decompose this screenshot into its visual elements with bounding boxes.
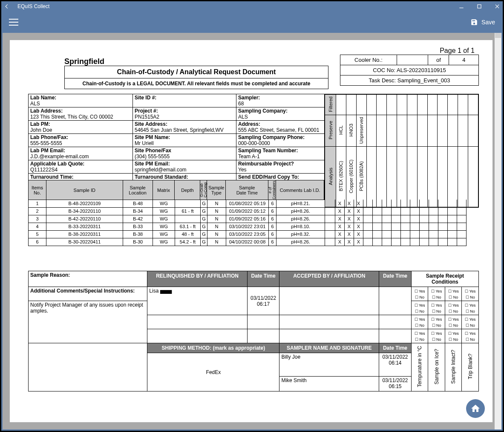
info-cell: Address:555 ABC Street, Sesame, FL 00001 bbox=[236, 121, 325, 134]
doc-title: Chain-of-Custody / Analytical Request Do… bbox=[65, 66, 328, 78]
top-right-block: Cooler No.: of 4 COC No: ALS-20220311091… bbox=[340, 55, 479, 86]
datetime-header: Date Time bbox=[247, 271, 279, 287]
datetime-header: Date Time bbox=[379, 343, 412, 353]
col-header: Comments Lab I.D. bbox=[276, 180, 324, 200]
col-header: SampleDate Time bbox=[226, 180, 268, 200]
relinquished-header: RELINQUISHED BY / AFFILIATION bbox=[147, 271, 247, 287]
yn-cell: ☐ Yes☐ No bbox=[445, 301, 462, 315]
menu-icon[interactable] bbox=[9, 19, 18, 26]
col-header: # of Containers bbox=[268, 180, 276, 200]
svg-rect-1 bbox=[478, 5, 481, 8]
maximize-icon[interactable] bbox=[476, 3, 482, 9]
home-button[interactable] bbox=[466, 399, 485, 418]
app-window: EQuIS Collect Save Page 1 of 1 Springfie… bbox=[0, 0, 504, 432]
of-label: of bbox=[428, 55, 449, 65]
filtered-label: Filtered bbox=[328, 95, 333, 114]
analysis-col: BTEX (8260C) bbox=[338, 159, 343, 193]
yn-cell: ☐ Yes☐ No bbox=[462, 287, 479, 301]
task-desc: Task Desc: Sampling_Event_003 bbox=[340, 75, 479, 86]
yn-cell: ☐ Yes☐ No bbox=[445, 287, 462, 301]
viewport: Page 1 of 1 Springfield Cooler No.: of 4… bbox=[3, 33, 501, 429]
back-icon[interactable] bbox=[4, 3, 10, 9]
cooler-no bbox=[397, 55, 428, 65]
yn-cell: ☐ Yes☐ No bbox=[445, 329, 462, 343]
analysis-col: PCBs (8082A) bbox=[359, 159, 364, 193]
sampler-header: SAMPLER NAME AND SIGNATURE bbox=[279, 343, 379, 353]
cooler-label: Cooler No.: bbox=[340, 55, 397, 65]
legal-line: Chain-of-Custody is a LEGAL DOCUMENT. Al… bbox=[65, 78, 328, 89]
info-cell: Lab PM:John Doe bbox=[29, 121, 133, 134]
info-cell: Sampling Team Number:Team A-1 bbox=[236, 147, 325, 160]
yn-cell: ☐ Yes☐ No bbox=[462, 315, 479, 329]
info-cell: Sampling Company Phone:000-000-0000 bbox=[236, 134, 325, 147]
sample-rows: 1B-48-20220109B-48WGGN01/08/2022 05:196p… bbox=[28, 200, 467, 246]
info-cell: Lab Name:ALS bbox=[29, 94, 133, 107]
info-cell: Reimbursable Project?Yes bbox=[236, 160, 325, 174]
info-cell: Sampling Company:ALS bbox=[236, 107, 325, 121]
accepted-dt bbox=[379, 287, 412, 315]
receipt-condition: Tempurature in °C bbox=[411, 343, 428, 391]
preserve-col: HCL bbox=[338, 124, 343, 136]
info-cell: Site Phone/Fax(304) 555-5555 bbox=[133, 147, 236, 160]
page-number: Page 1 of 1 bbox=[440, 47, 475, 55]
analysis-col: Copper (6010C) bbox=[348, 158, 354, 195]
sampler-dt: 03/11/202206:14 bbox=[379, 353, 412, 377]
save-label: Save bbox=[481, 19, 495, 26]
datetime-header: Date Time bbox=[379, 271, 412, 287]
receipt-header: Sample Receipt Conditions bbox=[411, 271, 478, 287]
yn-cell: ☐ Yes☐ No bbox=[462, 329, 479, 343]
sampler-name: Mike Smith bbox=[279, 377, 379, 391]
additional-val: Notify Project Manager of any issues upo… bbox=[29, 301, 147, 343]
table-row: 4B-33-20220311B-33WG63.1 - ftGN03/10/202… bbox=[29, 223, 467, 230]
app-title: EQuIS Collect bbox=[17, 3, 49, 9]
accepted-by bbox=[279, 287, 379, 315]
col-header: ItemsNo. bbox=[29, 180, 46, 200]
receipt-condition: Trip Blank? bbox=[462, 343, 479, 391]
relinquished-dt: 03/11/202206:17 bbox=[247, 287, 279, 315]
yn-cell: ☐ Yes☐ No bbox=[428, 287, 445, 301]
yn-cell: ☐ Yes☐ No bbox=[428, 315, 445, 329]
site-title: Springfield bbox=[64, 57, 104, 66]
titlebar: EQuIS Collect bbox=[1, 1, 503, 12]
save-button[interactable]: Save bbox=[470, 18, 495, 26]
preserve-col: HNO3 bbox=[348, 122, 354, 139]
yn-cell: ☐ Yes☐ No bbox=[411, 315, 428, 329]
yn-cell: ☐ Yes☐ No bbox=[411, 329, 428, 343]
table-row: 3B-42-20220110B-42WGGN01/09/2022 05:166p… bbox=[29, 215, 467, 223]
empty-cell bbox=[29, 343, 147, 391]
preserve-col: Unpreserved bbox=[359, 115, 364, 145]
scrollbar[interactable] bbox=[495, 33, 501, 429]
receipt-condition: Sample on Ice? bbox=[428, 343, 445, 391]
yn-cell: ☐ Yes☐ No bbox=[445, 315, 462, 329]
table-row: 1B-48-20220109B-48WGGN01/08/2022 05:196p… bbox=[29, 200, 467, 207]
yn-cell: ☐ Yes☐ No bbox=[462, 301, 479, 315]
info-cell: Site PM Email:springfield@email.com bbox=[133, 160, 236, 174]
col-header: Matrix bbox=[153, 180, 175, 200]
info-cell: Site Address:54645 San Juan Street, Spri… bbox=[133, 121, 236, 134]
info-cell: Lab Phone/Fax:555-555-5555 bbox=[29, 134, 133, 147]
col-header: G=Grab C=Comp bbox=[200, 180, 207, 200]
shipping-val: FedEx bbox=[147, 353, 279, 391]
preserve-label: Preserve bbox=[328, 119, 333, 141]
table-row: 5B-38-20220311B-38WG48 - ftGN03/10/2022 … bbox=[29, 230, 467, 238]
relinquished-by: Lisa ▅▅▅ bbox=[147, 287, 247, 315]
ribbon: Save bbox=[1, 12, 503, 33]
report-page: Page 1 of 1 Springfield Cooler No.: of 4… bbox=[9, 40, 493, 423]
col-header: Depth bbox=[175, 180, 200, 200]
close-icon[interactable] bbox=[494, 3, 500, 9]
info-cell: Lab Address:123 This Street, This City, … bbox=[29, 107, 133, 121]
analysis-header: FilteredPreserveHCLHNO3UnpreservedAnalys… bbox=[325, 94, 479, 208]
minimize-icon[interactable] bbox=[458, 3, 464, 9]
sampler-dt: 03/11/202206:15 bbox=[379, 377, 412, 391]
home-icon bbox=[470, 403, 481, 414]
table-row: 6B-30-20220411B-30WG54.2 - ftGN04/10/202… bbox=[29, 238, 467, 246]
shipping-header: SHIPPING METHOD: (mark as appropriate) bbox=[147, 343, 279, 353]
info-cell: Sampler:68 bbox=[236, 94, 325, 107]
sample-columns-header: ItemsNo.Sample IDSampleLocationMatrixDep… bbox=[28, 180, 325, 200]
sample-reason-label: Sample Reason: bbox=[29, 271, 147, 287]
table-row: 2B-34-20220110B-34WG61 - ftGN01/09/2022 … bbox=[29, 207, 467, 215]
coc-no: COC No: ALS-202203110915 bbox=[340, 65, 479, 75]
info-cell: Lab PM Email:J.D.@example-email.com bbox=[29, 147, 133, 160]
yn-cell: ☐ Yes☐ No bbox=[428, 301, 445, 315]
info-cell: Applicable Lab Quote:Q111222S4 bbox=[29, 160, 133, 174]
